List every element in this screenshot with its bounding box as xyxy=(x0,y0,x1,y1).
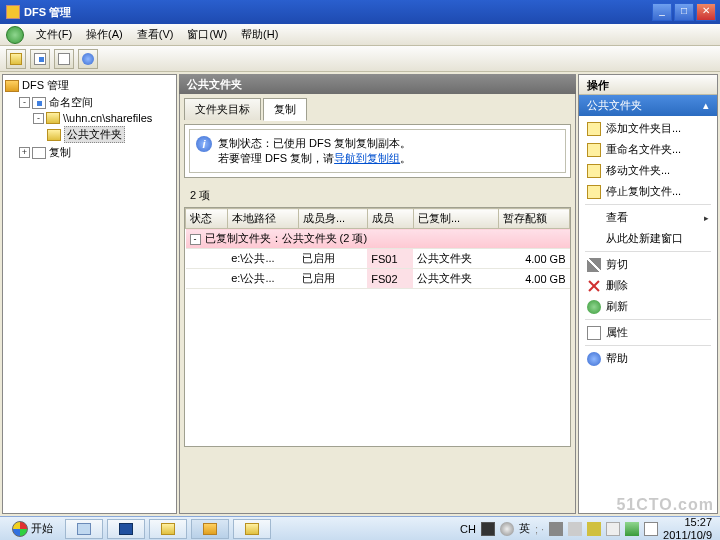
action-view[interactable]: 查看▸ xyxy=(581,207,715,228)
action-help[interactable]: 帮助 xyxy=(581,348,715,369)
menu-help[interactable]: 帮助(H) xyxy=(235,25,284,44)
cell-path: e:\公共... xyxy=(227,269,298,289)
menu-window[interactable]: 窗口(W) xyxy=(181,25,233,44)
cell-member: FS01 xyxy=(367,249,413,269)
action-stop-replication[interactable]: 停止复制文件... xyxy=(581,181,715,202)
tree-replication[interactable]: + 复制 xyxy=(5,144,174,161)
toolbar-btn-4[interactable] xyxy=(78,49,98,69)
toolbar-btn-3[interactable] xyxy=(54,49,74,69)
action-cut[interactable]: 剪切 xyxy=(581,254,715,275)
watermark: 51CTO.com xyxy=(616,496,714,514)
cell-path: e:\公共... xyxy=(227,249,298,269)
tree-share[interactable]: - \\uhn.cn\sharefiles xyxy=(5,111,174,125)
taskbar-app-5[interactable] xyxy=(233,519,271,539)
maximize-button[interactable]: □ xyxy=(674,3,694,21)
center-title: 公共文件夹 xyxy=(179,74,576,94)
cell-membership: 已启用 xyxy=(298,249,367,269)
action-rename-folder[interactable]: 重命名文件夹... xyxy=(581,139,715,160)
actions-subtitle[interactable]: 公共文件夹 ▴ xyxy=(579,95,717,116)
action-refresh[interactable]: 刷新 xyxy=(581,296,715,317)
dfs-icon xyxy=(5,80,19,92)
volume-icon[interactable] xyxy=(644,522,658,536)
col-replicated[interactable]: 已复制... xyxy=(413,209,498,229)
tray-icon-4[interactable] xyxy=(568,522,582,536)
share-icon xyxy=(10,53,22,65)
center-pane: 公共文件夹 文件夹目标 复制 i 复制状态：已使用 DFS 复制复制副本。 若要… xyxy=(179,74,576,514)
menu-file[interactable]: 文件(F) xyxy=(30,25,78,44)
menu-action[interactable]: 操作(A) xyxy=(80,25,129,44)
actions-title: 操作 xyxy=(579,75,717,95)
expand-toggle[interactable]: + xyxy=(19,147,30,158)
action-delete[interactable]: 删除 xyxy=(581,275,715,296)
network-icon[interactable] xyxy=(625,522,639,536)
taskbar-app-1[interactable] xyxy=(65,519,103,539)
toolbar xyxy=(0,46,720,72)
app-icon xyxy=(6,5,20,19)
cell-membership: 已启用 xyxy=(298,269,367,289)
minimize-button[interactable]: _ xyxy=(652,3,672,21)
move-icon xyxy=(587,164,601,178)
help-icon xyxy=(587,352,601,366)
view-icon xyxy=(587,211,601,225)
action-new-window[interactable]: 从此处新建窗口 xyxy=(581,228,715,249)
action-add-folder-target[interactable]: 添加文件夹目... xyxy=(581,118,715,139)
group-collapse-toggle[interactable]: - xyxy=(190,234,201,245)
chevron-right-icon: ▸ xyxy=(704,213,709,223)
taskbar-app-2[interactable] xyxy=(107,519,145,539)
menu-view[interactable]: 查看(V) xyxy=(131,25,180,44)
help-icon xyxy=(82,53,94,65)
clock[interactable]: 15:27 2011/10/9 xyxy=(663,516,712,540)
tree-pane[interactable]: DFS 管理 - 命名空间 - \\uhn.cn\sharefiles 公共文件… xyxy=(2,74,177,514)
action-move-folder[interactable]: 移动文件夹... xyxy=(581,160,715,181)
col-member[interactable]: 成员 xyxy=(367,209,413,229)
tray-icon-5[interactable] xyxy=(587,522,601,536)
tree-root[interactable]: DFS 管理 xyxy=(5,77,174,94)
windows-orb-icon xyxy=(12,521,28,537)
action-properties[interactable]: 属性 xyxy=(581,322,715,343)
actions-pane: 操作 公共文件夹 ▴ 添加文件夹目... 重命名文件夹... 移动文件夹... … xyxy=(578,74,718,514)
replication-icon xyxy=(32,147,46,159)
col-state[interactable]: 状态 xyxy=(186,209,228,229)
tree-folder[interactable]: 公共文件夹 xyxy=(5,125,174,144)
group-row[interactable]: -已复制文件夹：公共文件夹 (2 项) xyxy=(186,229,570,249)
tab-folder-targets[interactable]: 文件夹目标 xyxy=(184,98,261,120)
replication-table: 状态 本地路径 成员身... 成员 已复制... 暂存配额 -已复制文件夹：公共… xyxy=(185,208,570,289)
system-tray: CH 英 ; · 15:27 2011/10/9 xyxy=(460,516,716,540)
refresh-icon xyxy=(587,300,601,314)
tabs: 文件夹目标 复制 xyxy=(184,98,571,120)
toolbar-btn-1[interactable] xyxy=(6,49,26,69)
ime-indicator[interactable]: CH xyxy=(460,523,476,535)
collapse-toggle[interactable]: - xyxy=(33,113,44,124)
close-button[interactable]: ✕ xyxy=(696,3,716,21)
taskbar-app-4[interactable] xyxy=(191,519,229,539)
tray-icon-6[interactable] xyxy=(606,522,620,536)
col-quota[interactable]: 暂存配额 xyxy=(498,209,569,229)
nav-to-replication-group-link[interactable]: 导航到复制组 xyxy=(334,152,400,164)
table-row[interactable]: e:\公共... 已启用 FS01 公共文件夹 4.00 GB xyxy=(186,249,570,269)
col-membership[interactable]: 成员身... xyxy=(298,209,367,229)
window-title: DFS 管理 xyxy=(24,5,652,20)
cut-icon xyxy=(587,258,601,272)
toolbar-btn-2[interactable] xyxy=(30,49,50,69)
add-icon xyxy=(587,122,601,136)
doc-icon xyxy=(58,53,70,65)
start-button[interactable]: 开始 xyxy=(4,519,61,539)
cell-replicated: 公共文件夹 xyxy=(413,249,498,269)
ime-lang[interactable]: 英 xyxy=(519,521,530,536)
title-bar: DFS 管理 _ □ ✕ xyxy=(0,0,720,24)
cell-replicated: 公共文件夹 xyxy=(413,269,498,289)
dfs-icon xyxy=(203,523,217,535)
collapse-toggle[interactable]: - xyxy=(19,97,30,108)
back-icon[interactable] xyxy=(6,26,24,44)
server-icon xyxy=(77,523,91,535)
taskbar-app-3[interactable] xyxy=(149,519,187,539)
rename-icon xyxy=(587,143,601,157)
tray-icon-2[interactable] xyxy=(500,522,514,536)
tab-replication[interactable]: 复制 xyxy=(263,98,307,121)
tree-namespace[interactable]: - 命名空间 xyxy=(5,94,174,111)
explorer-icon xyxy=(161,523,175,535)
tray-icon-1[interactable] xyxy=(481,522,495,536)
tray-icon-3[interactable] xyxy=(549,522,563,536)
table-row[interactable]: e:\公共... 已启用 FS02 公共文件夹 4.00 GB xyxy=(186,269,570,289)
col-path[interactable]: 本地路径 xyxy=(227,209,298,229)
